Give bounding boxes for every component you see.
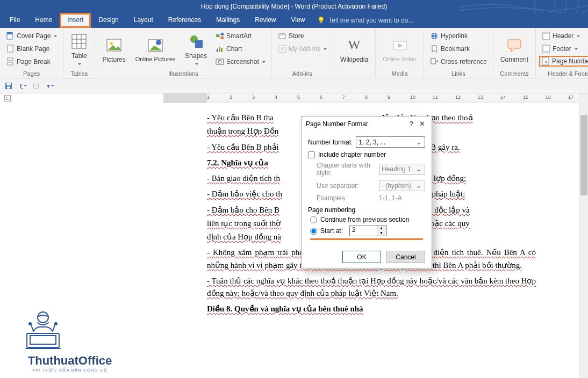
page-number-button[interactable]: #Page Number <box>539 56 588 67</box>
store-button[interactable]: Store <box>275 30 329 42</box>
cover-page-button[interactable]: Cover Page <box>3 30 60 42</box>
group-illustrations: Pictures Online Pictures Shapes SmartArt… <box>95 28 271 78</box>
redo-button[interactable] <box>32 82 41 90</box>
ruler-tick: 5 <box>297 95 300 100</box>
svg-rect-18 <box>216 34 219 37</box>
online-pictures-button[interactable]: Online Pictures <box>132 30 180 69</box>
ruler-tick: 10 <box>410 95 415 100</box>
start-at-radio[interactable] <box>310 228 317 235</box>
page-number-icon: # <box>541 57 550 66</box>
start-at-label: Start at: <box>320 227 343 235</box>
svg-point-62 <box>28 322 32 325</box>
examples-label: Examples: <box>317 194 376 202</box>
watermark: ThuthuatOffice TRI THỨC CỦA BẠN CÔNG CỤ <box>11 306 129 373</box>
comment-button[interactable]: Comment <box>497 30 532 69</box>
crossref-icon <box>430 57 439 66</box>
ruler-tick: 7 <box>342 95 345 100</box>
start-at-input[interactable] <box>350 226 377 233</box>
ok-button[interactable]: OK <box>342 251 381 263</box>
addins-icon <box>278 45 286 53</box>
hyperlink-button[interactable]: Hyperlink <box>427 30 490 42</box>
watermark-brand: ThuthuatOffice <box>11 354 129 368</box>
online-pictures-icon <box>147 37 164 54</box>
smartart-icon <box>216 32 224 40</box>
svg-rect-60 <box>30 336 56 344</box>
cancel-button[interactable]: Cancel <box>386 251 425 263</box>
ruler-bar: L 123456789101112131415161718 <box>0 93 588 103</box>
tab-file[interactable]: File <box>2 13 27 28</box>
svg-rect-35 <box>431 59 435 64</box>
svg-rect-5 <box>8 58 13 61</box>
svg-rect-36 <box>508 40 521 48</box>
dialog-help-button[interactable]: ? <box>406 120 417 128</box>
header-icon <box>542 32 550 40</box>
group-label-illustrations: Illustrations <box>98 70 268 77</box>
header-button[interactable]: Header <box>539 30 588 42</box>
bookmark-button[interactable]: Bookmark <box>427 43 490 55</box>
spin-down[interactable]: ▼ <box>377 231 385 236</box>
dialog-close-button[interactable]: ✕ <box>417 120 427 128</box>
include-chapter-checkbox[interactable] <box>308 151 315 158</box>
store-icon <box>278 32 286 40</box>
svg-rect-30 <box>281 47 284 50</box>
svg-point-13 <box>110 42 113 45</box>
undo-button[interactable] <box>18 82 27 90</box>
chart-button[interactable]: Chart <box>213 43 268 55</box>
cross-reference-button[interactable]: Cross-reference <box>427 56 490 68</box>
ruler-tick: 9 <box>388 95 390 100</box>
group-pages: Cover Page Blank Page Page Break Pages <box>0 28 63 78</box>
tab-layout[interactable]: Layout <box>126 13 161 28</box>
online-video-button[interactable]: Online Video <box>379 30 420 69</box>
chart-icon <box>216 45 224 53</box>
workspace: ThuthuatOffice TRI THỨC CỦA BẠN CÔNG CỤ … <box>0 103 588 378</box>
tab-view[interactable]: View <box>284 13 313 28</box>
tab-review[interactable]: Review <box>247 13 283 28</box>
wikipedia-button[interactable]: WWikipedia <box>336 30 372 69</box>
table-button[interactable]: Table <box>67 30 91 69</box>
save-icon[interactable] <box>4 82 13 90</box>
number-format-select[interactable]: 1, 2, 3, ...⌄ <box>356 136 425 148</box>
ruler-tick: 15 <box>523 95 528 100</box>
tab-design[interactable]: Design <box>91 13 126 28</box>
quick-access-toolbar: ▾ <box>0 78 588 93</box>
ruler-tick: 1 <box>207 95 210 100</box>
page-numbering-label: Page numbering <box>308 206 425 214</box>
my-addins-button[interactable]: My Add-ins <box>275 43 329 55</box>
svg-rect-57 <box>7 86 10 89</box>
hyperlink-icon <box>430 32 439 40</box>
window-title: Hop dong [Compatibility Mode] - Word (Pr… <box>201 3 388 10</box>
highlight-underline <box>310 238 423 240</box>
number-format-label: Number format: <box>308 139 353 146</box>
pictures-button[interactable]: Pictures <box>98 30 129 69</box>
svg-rect-3 <box>7 32 12 34</box>
scrollbar-thumb[interactable] <box>580 115 587 195</box>
blank-page-button[interactable]: Blank Page <box>3 43 60 55</box>
svg-point-58 <box>38 312 48 323</box>
tell-me[interactable]: 💡 Tell me what you want to do... <box>312 13 418 28</box>
vertical-scrollbar[interactable] <box>579 93 588 378</box>
start-at-spinner[interactable]: ▲▼ <box>349 226 387 236</box>
comment-icon <box>506 37 523 54</box>
shapes-button[interactable]: Shapes <box>181 30 211 69</box>
footer-button[interactable]: Footer <box>539 43 588 55</box>
svg-point-15 <box>156 40 161 45</box>
group-links: Hyperlink Bookmark Cross-reference Links <box>424 28 493 78</box>
ribbon-tabs: File Home Insert Design Layout Reference… <box>0 13 588 28</box>
smartart-button[interactable]: SmartArt <box>213 30 268 42</box>
screenshot-button[interactable]: Screenshot <box>213 56 268 68</box>
qat-customize[interactable]: ▾ <box>46 82 55 90</box>
group-wikipedia: WWikipedia <box>333 28 376 78</box>
tab-home[interactable]: Home <box>27 13 60 28</box>
ruler-tick: 3 <box>252 95 255 100</box>
dialog-titlebar[interactable]: Page Number Format ? ✕ <box>302 117 432 131</box>
tab-references[interactable]: References <box>161 13 209 28</box>
spin-up[interactable]: ▲ <box>377 226 385 231</box>
group-media: Online Video Media <box>376 28 424 78</box>
tab-mailings[interactable]: Mailings <box>209 13 247 28</box>
examples-value: 1-1, 1-A <box>379 194 425 202</box>
svg-rect-17 <box>195 40 203 48</box>
page-break-button[interactable]: Page Break <box>3 56 60 68</box>
tab-insert[interactable]: Insert <box>60 13 91 28</box>
horizontal-ruler[interactable]: 123456789101112131415161718 <box>164 93 588 103</box>
continue-radio[interactable] <box>310 216 317 223</box>
